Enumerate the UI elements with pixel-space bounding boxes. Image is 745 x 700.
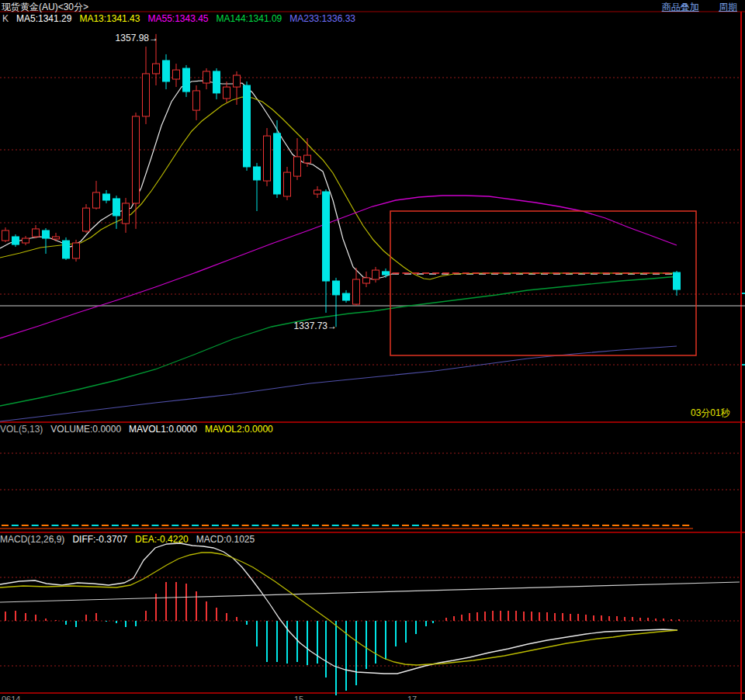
volume-bar xyxy=(592,525,599,526)
candle xyxy=(333,281,340,295)
doji-candle xyxy=(393,272,400,274)
volume-bar xyxy=(392,525,399,526)
top-menu: 商品叠加 周期 xyxy=(645,1,737,14)
doji-candle xyxy=(573,272,580,274)
doji-candle xyxy=(493,272,500,274)
doji-candle xyxy=(422,272,429,274)
macd-diff xyxy=(0,543,677,674)
doji-candle xyxy=(522,272,529,274)
instrument-title: 现货黄金(AU)<30分> xyxy=(2,1,88,14)
volume-bar xyxy=(643,525,650,526)
volume-bar xyxy=(553,525,560,526)
volume-bar xyxy=(582,525,589,526)
volume-bar xyxy=(612,525,619,526)
macd-dea xyxy=(0,553,677,665)
volume-bar xyxy=(632,525,639,526)
volume-bar xyxy=(522,525,529,526)
mavol1-value: MAVOL1:0.0000 xyxy=(129,424,197,435)
doji-candle xyxy=(602,272,609,274)
volume-bar xyxy=(272,525,279,526)
volume-bar xyxy=(161,525,168,526)
volume-bar xyxy=(212,525,219,526)
menu-item-period[interactable]: 周期 xyxy=(719,2,737,12)
candle xyxy=(183,68,190,92)
candle xyxy=(193,91,200,110)
doji-candle xyxy=(593,272,600,274)
candle xyxy=(294,157,301,176)
macd-indicator-bar: MACD(12,26,9)DIFF:-0.3707DEA:-0.4220MACD… xyxy=(0,534,262,545)
volume-bar xyxy=(2,525,9,526)
x-axis-date-17: 17 xyxy=(407,695,417,700)
volume-bar xyxy=(562,525,569,526)
volume-bar xyxy=(61,525,68,526)
volume-bar xyxy=(372,525,379,526)
volume-bar xyxy=(622,525,629,526)
candle xyxy=(234,75,241,87)
candle xyxy=(254,167,261,180)
macd-params: MACD(12,26,9) xyxy=(0,534,64,545)
volume-bar xyxy=(653,525,660,526)
volume-bar xyxy=(242,525,249,526)
volume-indicator-bar: VOL(5,13)VOLUME:0.0000MAVOL1:0.0000MAVOL… xyxy=(0,424,281,435)
clipped-axis-tick xyxy=(742,364,745,366)
menu-item-overlay-compare[interactable]: 商品叠加 xyxy=(662,2,699,12)
chart-canvas[interactable] xyxy=(0,0,745,700)
volume-bar xyxy=(102,525,109,526)
candle xyxy=(23,238,29,243)
candle xyxy=(143,74,150,116)
high-price-label: 1357.98→ xyxy=(116,33,158,43)
volume-bar xyxy=(112,525,119,526)
candle xyxy=(83,208,90,231)
ma144-line xyxy=(0,276,679,406)
volume-bar xyxy=(282,525,289,526)
volume-bar xyxy=(572,525,579,526)
volume-bar xyxy=(472,525,479,526)
ma55-line xyxy=(0,196,677,338)
candle xyxy=(123,203,130,224)
candle xyxy=(274,133,281,194)
volume-bar xyxy=(382,525,389,526)
doji-candle xyxy=(563,272,570,274)
candle xyxy=(113,199,120,216)
volume-bar xyxy=(362,525,369,526)
candle xyxy=(173,70,180,79)
volume-bar xyxy=(81,525,88,526)
candle xyxy=(224,87,230,99)
doji-candle xyxy=(643,272,650,274)
volume-bar xyxy=(252,525,259,526)
ma55-value: MA55:1343.45 xyxy=(147,13,208,24)
mavol2-value: MAVOL2:0.0000 xyxy=(205,424,273,435)
candle xyxy=(372,270,379,279)
candle xyxy=(284,172,291,196)
volume-bar xyxy=(202,525,209,526)
doji-candle xyxy=(542,272,549,274)
volume-bar xyxy=(302,525,309,526)
candle xyxy=(12,237,19,244)
doji-candle xyxy=(583,272,590,274)
doji-candle xyxy=(442,272,449,274)
ma144-value: MA144:1341.09 xyxy=(217,13,282,24)
candle xyxy=(63,241,70,258)
volume-bar xyxy=(222,525,229,526)
volume-bar xyxy=(662,525,669,526)
doji-candle xyxy=(653,272,660,274)
doji-candle xyxy=(402,272,409,274)
doji-candle xyxy=(432,272,439,274)
doji-candle xyxy=(612,272,619,274)
volume-bar xyxy=(172,525,178,526)
volume-bar xyxy=(602,525,609,526)
volume-bar xyxy=(462,525,469,526)
ma13-line xyxy=(0,97,674,279)
candle xyxy=(53,237,60,239)
kline-prefix: K xyxy=(2,13,9,24)
candle xyxy=(314,190,321,194)
candle xyxy=(674,272,681,289)
volume-bar xyxy=(452,525,459,526)
ma13-value: MA13:1341.43 xyxy=(79,13,140,24)
volume-bar xyxy=(182,525,189,526)
candle xyxy=(73,243,80,258)
doji-candle xyxy=(622,272,629,274)
volume-bar xyxy=(42,525,49,526)
volume-bar xyxy=(132,525,139,526)
candle xyxy=(2,230,9,241)
